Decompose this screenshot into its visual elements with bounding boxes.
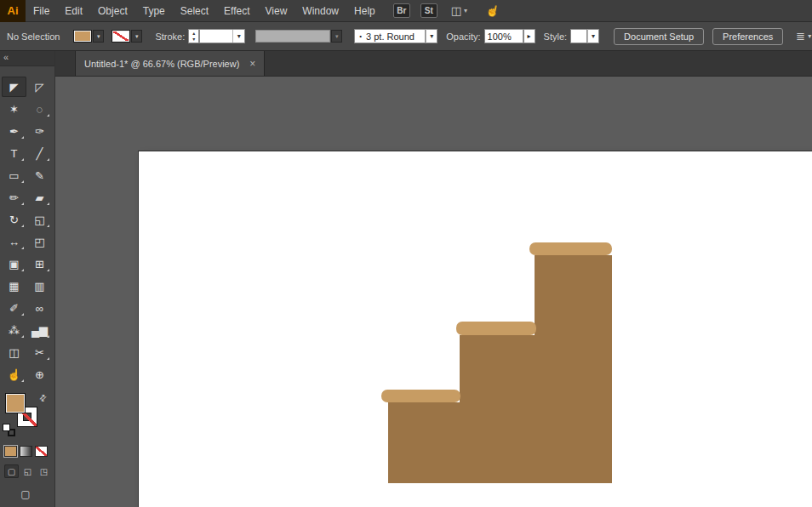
paintbrush-tool[interactable]: ✎ <box>27 165 52 185</box>
hand-tool[interactable]: ☝ <box>2 364 26 385</box>
close-tab-icon[interactable]: × <box>249 58 255 70</box>
eraser-tool[interactable]: ▰ <box>27 187 52 208</box>
opacity-input[interactable] <box>484 29 523 43</box>
stair-riser-3[interactable] <box>535 255 612 483</box>
gradient-tool[interactable]: ▥ <box>27 276 52 296</box>
type-tool[interactable]: T <box>2 143 26 163</box>
draw-behind-button[interactable]: ◱ <box>20 464 35 478</box>
column-graph-tool-icon: ▄▆ <box>31 324 48 337</box>
menu-edit[interactable]: Edit <box>57 0 90 22</box>
selection-status-label: No Selection <box>7 31 60 42</box>
mesh-tool-icon: ▦ <box>9 280 19 293</box>
menu-window[interactable]: Window <box>294 0 346 22</box>
canvas[interactable] <box>55 77 812 507</box>
width-tool[interactable]: ↔ <box>2 231 26 252</box>
artboard[interactable] <box>139 151 812 507</box>
style-swatch[interactable] <box>570 29 587 43</box>
opacity-dropdown-button[interactable]: ▸ <box>523 29 535 43</box>
menu-effect[interactable]: Effect <box>216 0 257 22</box>
line-segment-tool[interactable]: ╱ <box>27 143 52 163</box>
stroke-color-dropdown-button[interactable]: ▾ <box>131 30 142 43</box>
column-graph-tool[interactable]: ▄▆ <box>27 320 52 340</box>
document-setup-button[interactable]: Document Setup <box>614 28 704 45</box>
menu-view[interactable]: View <box>258 0 295 22</box>
illustrator-window: Ai FileEditObjectTypeSelectEffectViewWin… <box>0 0 812 507</box>
blend-tool[interactable]: ∞ <box>27 298 52 318</box>
eyedropper-tool-icon: ✐ <box>9 302 19 315</box>
fill-color-dropdown-button[interactable]: ▾ <box>93 30 104 43</box>
fill-proxy-swatch[interactable] <box>5 393 26 413</box>
brush-definition-dropdown-button[interactable]: ▾ <box>426 29 437 43</box>
lasso-tool-icon: ◌ <box>37 103 43 116</box>
color-button[interactable] <box>4 446 17 457</box>
shaper-tool[interactable]: ✏ <box>2 187 26 208</box>
draw-normal-button[interactable]: ▢ <box>4 464 19 478</box>
gradient-tool-icon: ▥ <box>34 280 44 293</box>
stair-tread-2[interactable] <box>456 322 536 335</box>
stroke-color-swatch[interactable] <box>112 30 130 43</box>
menu-type[interactable]: Type <box>135 0 173 22</box>
draw-inside-button[interactable]: ◳ <box>37 464 51 478</box>
default-fill-stroke-icon[interactable] <box>3 424 15 436</box>
menu-file[interactable]: File <box>26 0 57 22</box>
eyedropper-tool[interactable]: ✐ <box>2 298 26 318</box>
stock-badge-icon[interactable]: St <box>420 3 437 18</box>
symbol-sprayer-tool[interactable]: ⁂ <box>2 320 26 340</box>
arrange-documents-icon: ◫ <box>451 4 461 17</box>
brush-definition-select[interactable]: • 3 pt. Round <box>354 29 426 43</box>
chevron-down-icon: ▾ <box>464 7 467 14</box>
stair-tread-3[interactable] <box>529 242 612 255</box>
default-fill-mini <box>3 424 10 431</box>
lasso-tool[interactable]: ◌ <box>27 99 52 119</box>
stroke-weight-stepper[interactable]: ▴ ▾ <box>188 29 199 43</box>
width-tool-icon: ↔ <box>9 236 20 248</box>
fill-color-swatch[interactable] <box>73 30 92 43</box>
eraser-tool-icon: ▰ <box>36 191 44 204</box>
scale-tool[interactable]: ◱ <box>27 209 52 230</box>
rectangle-tool-icon: ▭ <box>9 169 19 182</box>
style-dropdown-button[interactable]: ▾ <box>587 29 599 43</box>
stair-tread-1[interactable] <box>381 390 460 402</box>
mesh-tool[interactable]: ▦ <box>2 276 26 296</box>
document-tab[interactable]: Untitled-1* @ 66.67% (RGB/Preview) × <box>75 51 265 76</box>
chevron-down-icon: ▾ <box>808 32 811 40</box>
touch-workspace-icon[interactable]: ☝ <box>485 3 501 18</box>
arrange-documents-button[interactable]: ◫ ▾ <box>451 4 467 17</box>
shape-builder-tool[interactable]: ▣ <box>2 254 26 274</box>
artboard-tool[interactable]: ◫ <box>2 342 26 362</box>
menu-select[interactable]: Select <box>173 0 216 22</box>
control-panel-menu-button[interactable]: ≣ ▾ <box>796 30 811 43</box>
selection-tool[interactable]: ◤ <box>2 77 26 97</box>
screen-mode-button[interactable]: ▢ <box>17 487 34 501</box>
preferences-button[interactable]: Preferences <box>712 28 783 45</box>
curvature-tool[interactable]: ✑ <box>27 121 52 141</box>
direct-selection-tool[interactable]: ◸ <box>27 77 52 97</box>
free-transform-tool[interactable]: ◰ <box>27 231 52 252</box>
tools-grid: ◤◸✶◌✒✑T╱▭✎✏▰↻◱↔◰▣⊞▦▥✐∞⁂▄▆◫✂☝⊕ <box>0 66 54 386</box>
brush-definition-value: 3 pt. Round <box>362 31 425 42</box>
pen-tool[interactable]: ✒ <box>2 121 26 141</box>
free-transform-tool-icon: ◰ <box>34 236 44 248</box>
gradient-button[interactable] <box>20 446 32 457</box>
rectangle-tool[interactable]: ▭ <box>2 165 26 185</box>
artboard-tool-icon: ◫ <box>9 346 19 359</box>
bridge-badge-icon[interactable]: Br <box>393 3 410 18</box>
slice-tool[interactable]: ✂ <box>27 342 52 362</box>
collapse-panel-icon[interactable]: « <box>3 52 9 62</box>
none-button[interactable] <box>35 446 48 457</box>
menu-items: FileEditObjectTypeSelectEffectViewWindow… <box>26 0 383 22</box>
symbol-sprayer-tool-icon: ⁂ <box>9 324 20 337</box>
stroke-weight-select[interactable]: ▾ <box>199 29 245 43</box>
blend-tool-icon: ∞ <box>36 302 43 315</box>
rotate-tool[interactable]: ↻ <box>2 209 26 230</box>
menu-object[interactable]: Object <box>90 0 135 22</box>
swap-fill-stroke-icon[interactable]: ⇄ <box>37 392 49 404</box>
magic-wand-tool-icon: ✶ <box>9 103 19 116</box>
magic-wand-tool[interactable]: ✶ <box>2 99 26 119</box>
zoom-tool[interactable]: ⊕ <box>27 364 52 385</box>
perspective-grid-tool[interactable]: ⊞ <box>27 254 52 274</box>
zoom-tool-icon: ⊕ <box>35 368 44 381</box>
chevron-down-icon: ▾ <box>232 30 244 43</box>
menu-help[interactable]: Help <box>346 0 383 22</box>
stepper-down-icon: ▾ <box>192 37 195 43</box>
